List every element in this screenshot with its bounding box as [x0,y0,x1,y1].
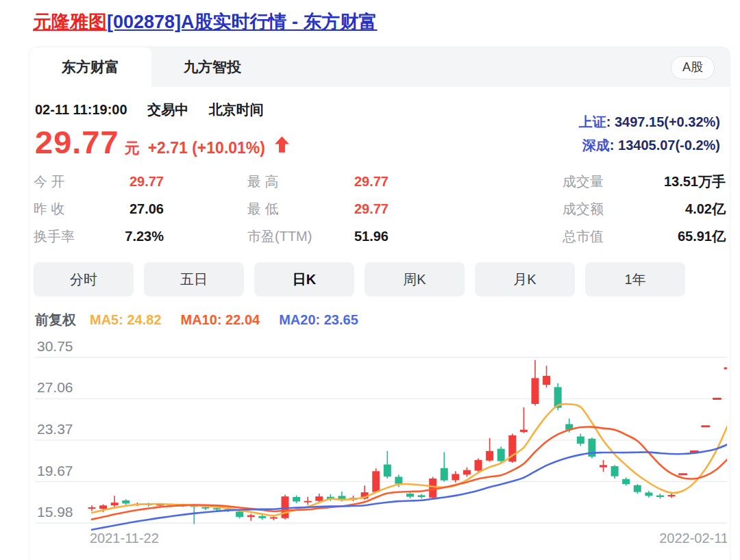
svg-text:2022-02-11: 2022-02-11 [659,531,727,546]
page-title-link[interactable]: 元隆雅图[002878]A股实时行情 - 东方财富 [33,10,740,34]
tab-monthly-k[interactable]: 月K [475,262,575,296]
index-shenzhen-value: : 13405.07(-0.2%) [610,138,720,153]
timezone-label: 北京时间 [209,102,264,117]
source-tabs-bar: 东方财富 九方智投 A股 [29,47,730,87]
stat-prev-close: 昨 收 27.06 [34,200,164,218]
index-shenzhen-label: 深成 [582,138,610,153]
title-stock-name: 元隆雅图 [33,12,107,32]
quote-time: 02-11 11:19:00 [35,102,127,117]
tab-five-day[interactable]: 五日 [144,262,244,296]
tab-weekly-k[interactable]: 周K [365,262,465,296]
index-shanghai-value: : 3497.15(+0.32%) [606,114,720,129]
tab-jiufang-label: 九方智投 [184,58,241,77]
ma20-legend: MA20: 23.65 [279,312,358,328]
price-unit: 元 [125,138,140,159]
ma-legend: 前复权 MA5: 24.82 MA10: 22.04 MA20: 23.65 [35,311,726,329]
price-change: +2.71 (+10.01%) [148,139,265,157]
svg-text:27.06: 27.06 [37,379,73,395]
svg-text:2021-11-22: 2021-11-22 [90,531,159,546]
tab-one-year[interactable]: 1年 [585,262,685,296]
svg-text:19.67: 19.67 [37,463,73,479]
ma10-legend: MA10: 22.04 [181,312,260,328]
ma5-legend: MA5: 24.82 [90,312,162,328]
stat-volume: 成交量 13.51万手 [563,173,726,191]
title-rest: [002878]A股实时行情 - 东方财富 [107,12,378,32]
quote-card: 东方财富 九方智投 A股 02-11 11:19:00 交易中 北京时间 29.… [29,47,730,560]
tab-eastmoney-label: 东方财富 [62,58,119,77]
quote-section: 02-11 11:19:00 交易中 北京时间 29.77 元 +2.71 (+… [34,101,726,163]
stat-open: 今 开 29.77 [34,173,164,191]
chart-period-tabs: 分时 五日 日K 周K 月K 1年 [34,262,726,296]
candlestick-chart[interactable]: 30.7527.0623.3719.6715.982021-11-222022-… [34,332,726,555]
up-arrow-icon [275,136,289,155]
stat-low: 最 低 29.77 [247,200,388,218]
adjust-mode-label: 前复权 [35,311,76,329]
stat-turnover-amount: 成交额 4.02亿 [563,200,726,218]
market-indices: 上证: 3497.15(+0.32%) 深成: 13405.07(-0.2%) [579,110,720,157]
svg-text:15.98: 15.98 [37,504,73,520]
stat-high: 最 高 29.77 [247,173,388,191]
stat-pe-ttm: 市盈(TTM) 51.96 [247,227,388,246]
stat-turnover-rate: 换手率 7.23% [34,227,164,246]
tab-jiufang[interactable]: 九方智投 [151,47,273,87]
kline-svg: 30.7527.0623.3719.6715.982021-11-222022-… [34,332,727,552]
index-shanghai[interactable]: 上证: 3497.15(+0.32%) [579,110,720,133]
tab-eastmoney[interactable]: 东方财富 [29,47,151,87]
market-badge[interactable]: A股 [671,56,715,79]
index-shanghai-label: 上证 [579,114,606,129]
tab-minute[interactable]: 分时 [34,262,134,296]
svg-text:30.75: 30.75 [37,338,73,354]
trading-status: 交易中 [147,102,188,117]
tab-daily-k[interactable]: 日K [254,262,354,296]
current-price: 29.77 [35,123,119,161]
svg-text:23.37: 23.37 [37,421,73,437]
stat-market-cap: 总市值 65.91亿 [563,227,726,246]
stats-grid: 今 开 29.77 最 高 29.77 成交量 13.51万手 昨 收 27.0… [34,173,726,246]
index-shenzhen[interactable]: 深成: 13405.07(-0.2%) [579,133,720,157]
